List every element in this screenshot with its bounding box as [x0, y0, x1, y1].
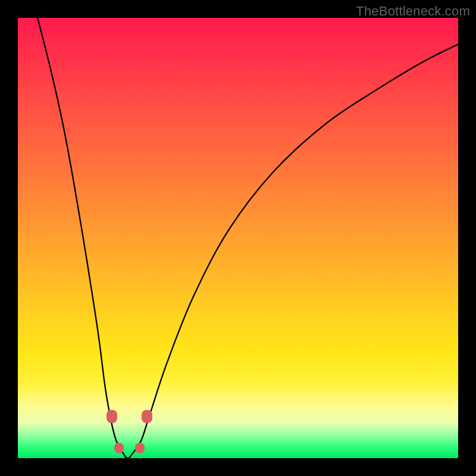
- curve-marker: [135, 443, 145, 453]
- watermark-text: TheBottleneck.com: [356, 4, 470, 19]
- bottleneck-curve: [18, 18, 458, 458]
- curve-marker: [107, 410, 117, 423]
- plot-area: [18, 18, 458, 458]
- curve-marker: [142, 410, 152, 423]
- curve-marker: [114, 443, 124, 453]
- chart-frame: TheBottleneck.com: [0, 0, 476, 476]
